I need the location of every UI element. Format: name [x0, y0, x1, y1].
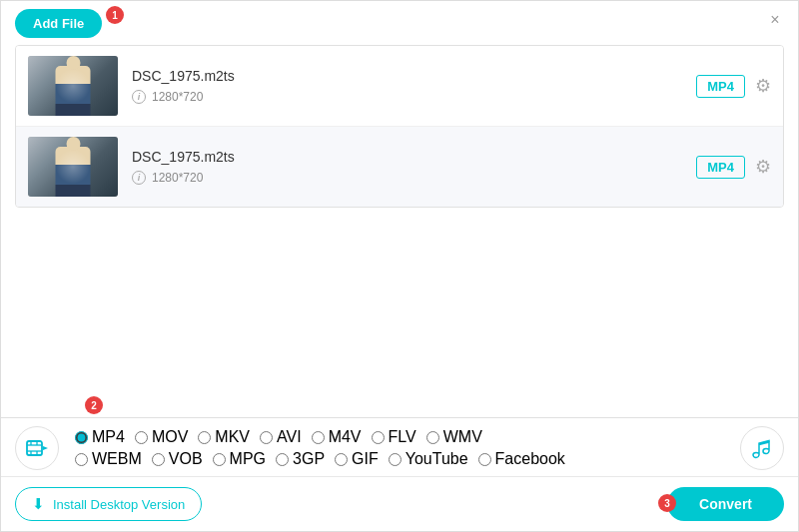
file-actions: MP4 ⚙	[696, 156, 771, 179]
format-option-wmv[interactable]: WMV	[426, 428, 482, 446]
music-icon	[752, 437, 772, 459]
file-meta: i 1280*720	[132, 171, 696, 185]
video-format-icon[interactable]	[15, 426, 59, 470]
install-label: Install Desktop Version	[53, 497, 185, 512]
svg-marker-7	[43, 446, 48, 450]
format-option-youtube[interactable]: YouTube	[389, 450, 468, 468]
file-resolution: 1280*720	[152, 171, 203, 185]
badge-1: 1	[106, 6, 124, 24]
format-option-mpg[interactable]: MPG	[213, 450, 266, 468]
format-option-mp4[interactable]: MP4	[75, 428, 125, 446]
format-option-webm[interactable]: WEBM	[75, 450, 142, 468]
format-option-vob[interactable]: VOB	[152, 450, 203, 468]
svg-rect-0	[27, 441, 42, 455]
close-button[interactable]: ×	[766, 11, 784, 29]
table-row: DSC_1975.m2ts i 1280*720 MP4 ⚙	[16, 127, 783, 207]
format-option-m4v[interactable]: M4V	[312, 428, 362, 446]
action-bar: ⬇ Install Desktop Version Convert	[1, 477, 798, 531]
format-option-facebook[interactable]: Facebook	[478, 450, 565, 468]
format-panel: MP4 MOV MKV AVI M4V FLV WM	[1, 417, 798, 531]
format-option-flv[interactable]: FLV	[372, 428, 416, 446]
add-file-button[interactable]: Add File	[15, 9, 102, 38]
format-option-avi[interactable]: AVI	[260, 428, 302, 446]
file-info: DSC_1975.m2ts i 1280*720	[118, 68, 696, 104]
info-icon[interactable]: i	[132, 90, 146, 104]
settings-button[interactable]: ⚙	[755, 75, 771, 97]
format-row-2: WEBM VOB MPG 3GP GIF YouTube	[75, 450, 730, 468]
format-option-3gp[interactable]: 3GP	[276, 450, 325, 468]
format-badge[interactable]: MP4	[696, 156, 745, 179]
info-icon[interactable]: i	[132, 171, 146, 185]
file-resolution: 1280*720	[152, 90, 203, 104]
badge-3: 3	[658, 494, 676, 512]
file-list: DSC_1975.m2ts i 1280*720 MP4 ⚙ DSC_1975.…	[15, 45, 784, 208]
settings-button[interactable]: ⚙	[755, 156, 771, 178]
file-name: DSC_1975.m2ts	[132, 149, 696, 165]
format-options: MP4 MOV MKV AVI M4V FLV WM	[1, 418, 798, 477]
file-meta: i 1280*720	[132, 90, 696, 104]
download-icon: ⬇	[32, 495, 45, 513]
file-name: DSC_1975.m2ts	[132, 68, 696, 84]
format-option-mkv[interactable]: MKV	[198, 428, 250, 446]
convert-button[interactable]: Convert	[667, 487, 784, 521]
badge-2: 2	[85, 396, 103, 414]
format-option-gif[interactable]: GIF	[335, 450, 379, 468]
file-info: DSC_1975.m2ts i 1280*720	[118, 149, 696, 185]
file-thumbnail	[28, 56, 118, 116]
format-row-1: MP4 MOV MKV AVI M4V FLV WM	[75, 428, 730, 446]
film-icon	[26, 438, 48, 458]
audio-format-icon[interactable]	[740, 426, 784, 470]
file-actions: MP4 ⚙	[696, 75, 771, 98]
format-option-mov[interactable]: MOV	[135, 428, 188, 446]
file-thumbnail	[28, 137, 118, 197]
table-row: DSC_1975.m2ts i 1280*720 MP4 ⚙	[16, 46, 783, 127]
install-button[interactable]: ⬇ Install Desktop Version	[15, 487, 202, 521]
format-badge[interactable]: MP4	[696, 75, 745, 98]
